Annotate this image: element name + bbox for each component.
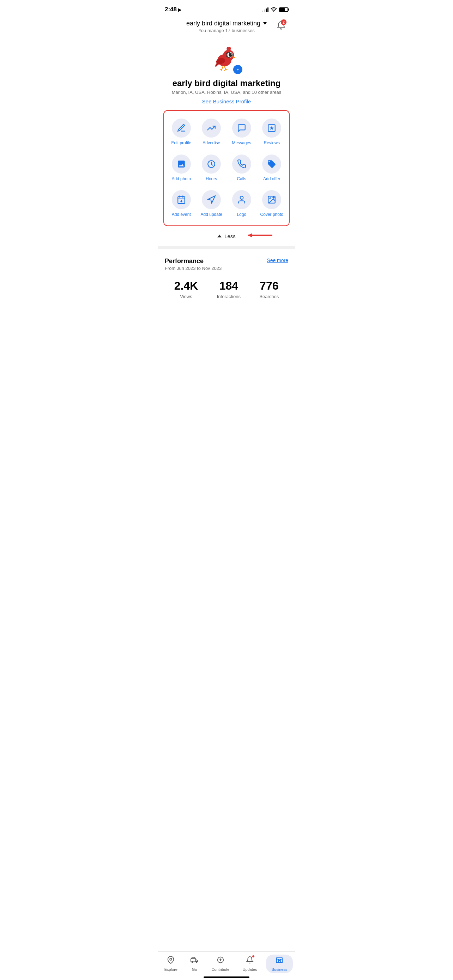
svg-line-14: [226, 70, 227, 70]
svg-marker-30: [248, 233, 252, 237]
performance-subtitle: From Jun 2023 to Nov 2023: [165, 266, 222, 271]
action-label-add-offer: Add offer: [263, 177, 280, 182]
action-icon-calls: [232, 154, 251, 173]
profile-section: early bird digital marketing Marion, IA,…: [158, 39, 295, 110]
chevron-down-icon: [263, 22, 267, 25]
business-name: early bird digital marketing: [173, 78, 281, 88]
action-label-edit-profile: Edit profile: [171, 140, 191, 146]
action-item-edit-profile[interactable]: Edit profile: [167, 115, 196, 150]
action-label-hours: Hours: [206, 177, 217, 182]
see-more-link[interactable]: See more: [267, 258, 288, 263]
action-label-add-event: Add event: [172, 212, 191, 218]
searches-label: Searches: [259, 294, 279, 299]
svg-rect-18: [178, 197, 185, 204]
action-icon-add-event: [172, 190, 191, 209]
section-divider: [158, 246, 295, 249]
status-icons: [262, 7, 288, 13]
action-icon-add-update: [202, 190, 221, 209]
header-title-row[interactable]: early bird digital marketing: [186, 20, 267, 27]
action-item-add-event[interactable]: Add event: [167, 187, 196, 221]
less-label[interactable]: Less: [224, 233, 236, 239]
performance-stats: 2.4K Views 184 Interactions 776 Searches: [165, 277, 288, 305]
stat-interactions: 184 Interactions: [217, 279, 241, 299]
less-section: Less: [158, 229, 295, 243]
status-time: 2:48: [165, 6, 177, 13]
action-item-calls[interactable]: Calls: [227, 151, 256, 186]
action-label-advertise: Advertise: [202, 140, 220, 146]
views-number: 2.4K: [174, 279, 198, 293]
action-item-logo[interactable]: Logo: [227, 187, 256, 221]
action-icon-edit-profile: [172, 119, 191, 138]
stat-searches: 776 Searches: [259, 279, 279, 299]
action-icon-hours: [202, 154, 221, 173]
svg-point-0: [273, 11, 274, 11]
svg-marker-16: [270, 126, 274, 130]
action-icon-reviews: [262, 119, 281, 138]
performance-header: Performance From Jun 2023 to Nov 2023 Se…: [165, 258, 288, 271]
action-item-add-photo[interactable]: Add photo: [167, 151, 196, 186]
interactions-number: 184: [219, 279, 238, 293]
views-label: Views: [180, 294, 192, 299]
battery-icon: [279, 7, 288, 12]
action-label-reviews: Reviews: [264, 140, 280, 146]
action-icon-advertise: [202, 119, 221, 138]
performance-section: Performance From Jun 2023 to Nov 2023 Se…: [158, 252, 295, 310]
header: early bird digital marketing You manage …: [158, 17, 295, 39]
action-label-messages: Messages: [232, 140, 251, 146]
svg-line-10: [224, 66, 226, 69]
action-item-messages[interactable]: Messages: [227, 115, 256, 150]
action-item-cover-photo[interactable]: Cover photo: [257, 187, 286, 221]
action-item-advertise[interactable]: Advertise: [197, 115, 226, 150]
action-icon-cover-photo: [262, 190, 281, 209]
action-item-reviews[interactable]: Reviews: [257, 115, 286, 150]
svg-point-24: [240, 196, 243, 199]
business-selector-title: early bird digital marketing: [186, 20, 261, 27]
business-location: Marion, IA, USA, Robins, IA, USA, and 10…: [172, 90, 281, 95]
svg-point-26: [270, 198, 271, 199]
action-icon-add-offer: [262, 154, 281, 173]
action-label-add-update: Add update: [201, 212, 222, 218]
stat-views: 2.4K Views: [174, 279, 198, 299]
notification-button[interactable]: 2: [274, 20, 288, 34]
location-arrow-icon: ▶: [178, 7, 182, 12]
less-chevron-icon: [217, 235, 222, 237]
action-item-add-update[interactable]: Add update: [197, 187, 226, 221]
wifi-icon: [270, 7, 277, 13]
avatar-container: [211, 42, 242, 74]
verified-badge: [233, 65, 242, 74]
svg-line-9: [222, 66, 223, 70]
action-icon-add-photo: [172, 154, 191, 173]
manage-count-label: You manage 17 businesses: [198, 28, 254, 33]
signal-bars: [262, 7, 269, 12]
interactions-label: Interactions: [217, 294, 241, 299]
action-label-calls: Calls: [237, 177, 246, 182]
bell-icon: 2: [277, 21, 286, 33]
performance-title: Performance: [165, 258, 222, 265]
red-arrow-indicator: [246, 232, 274, 240]
notification-badge: 2: [281, 19, 286, 25]
action-label-cover-photo: Cover photo: [261, 212, 283, 218]
action-item-hours[interactable]: Hours: [197, 151, 226, 186]
action-label-add-photo: Add photo: [172, 177, 191, 182]
action-grid-container: Edit profile Advertise Messages: [163, 110, 290, 226]
searches-number: 776: [260, 279, 278, 293]
see-profile-link[interactable]: See Business Profile: [202, 99, 251, 104]
action-label-logo: Logo: [237, 212, 246, 218]
action-icon-logo: [232, 190, 251, 209]
status-bar: 2:48 ▶: [158, 0, 295, 17]
action-icon-messages: [232, 119, 251, 138]
svg-line-13: [224, 70, 226, 71]
action-grid: Edit profile Advertise Messages: [167, 115, 286, 221]
action-item-add-offer[interactable]: Add offer: [257, 151, 286, 186]
